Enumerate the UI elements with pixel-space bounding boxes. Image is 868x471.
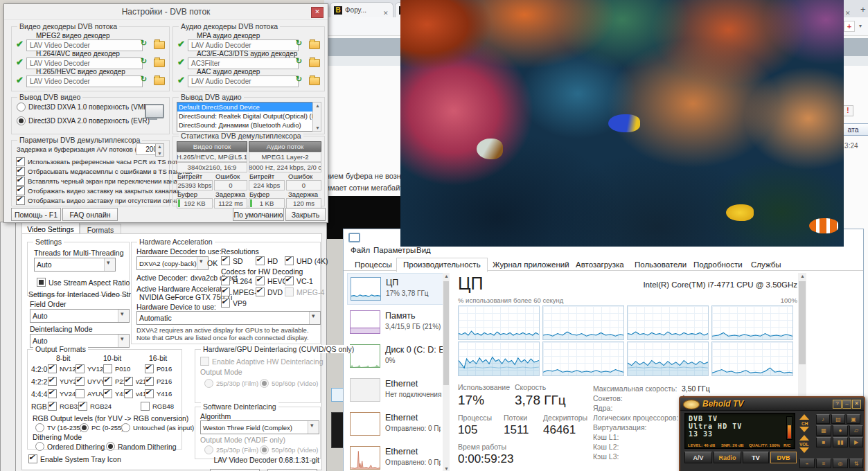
new-tab-icon[interactable] <box>860 3 868 12</box>
res-uhd-checkbox[interactable]: UHD (4K) <box>285 256 328 265</box>
tab-close-icon[interactable] <box>845 6 852 12</box>
behold-titlebar[interactable]: Behold TV ? – ✕ <box>680 398 864 411</box>
use-stream-aspect-checkbox[interactable]: Use Stream Aspect Ratio <box>37 278 130 287</box>
hw-film-radio[interactable]: 25p/30p (Film) <box>204 379 258 388</box>
help-button[interactable]: Помощь - F1 <box>11 208 61 221</box>
faq-button[interactable]: FAQ онлайн <box>62 208 118 221</box>
adaptive-hw-deint-checkbox[interactable]: Enable Adaptive HW Deinterlacing <box>200 357 324 366</box>
sidebar-item-cpu[interactable]: ЦП 17% 3,78 ГГц <box>347 273 443 305</box>
hw-device-combo[interactable]: Automatic <box>136 311 321 325</box>
select-filter-icon[interactable] <box>141 39 147 48</box>
sidebar-item-disk[interactable]: Диск 0 (C: D: E:) 0% <box>347 341 442 371</box>
fmt-p010-checkbox[interactable]: P010 <box>103 364 130 373</box>
codec-mpeg2-checkbox[interactable]: MPEG-2 <box>221 287 260 296</box>
select-filter-icon[interactable] <box>141 57 147 66</box>
codec-dvd-checkbox[interactable]: DVD <box>256 287 283 296</box>
splash-nosignal-checkbox[interactable]: Отображать видео заставку при отсутствии… <box>16 196 187 205</box>
browser-tab-forum[interactable]: B Фору... <box>330 2 393 18</box>
channel-down-icon[interactable] <box>799 427 809 432</box>
codec-h264-checkbox[interactable]: H.264 <box>221 276 252 285</box>
tab-services[interactable]: Службы <box>744 258 788 272</box>
algorithm-combo[interactable]: Weston Three Field (Complex) <box>200 420 319 434</box>
scheduler-icon[interactable]: ▤ <box>831 414 845 424</box>
minimize-icon[interactable]: – <box>842 400 851 409</box>
fmt-rgb32-checkbox[interactable]: RGB32 <box>48 402 81 411</box>
select-filter-icon[interactable] <box>296 57 302 66</box>
fmt-yv12-checkbox[interactable]: YV12 <box>76 364 103 373</box>
tab-startup[interactable]: Автозагрузка <box>569 258 631 272</box>
browse-filter-icon[interactable] <box>154 59 165 67</box>
fmt-p016-checkbox[interactable]: P016 <box>145 364 172 373</box>
black-screen-checkbox[interactable]: Вставлять черный экран при переключении … <box>16 177 188 186</box>
listbox-scrollbar[interactable] <box>312 102 321 132</box>
tab-users[interactable]: Пользователи <box>628 258 693 272</box>
res-sd-checkbox[interactable]: SD <box>221 256 243 265</box>
bookmark-add-icon[interactable]: + <box>844 21 855 32</box>
fmt-y416-checkbox[interactable]: Y416 <box>145 389 172 398</box>
close-button[interactable]: Закрыть <box>285 208 326 221</box>
record-audio-button[interactable]: ● <box>833 425 848 436</box>
select-filter-icon[interactable] <box>141 75 147 84</box>
select-filter-icon[interactable] <box>296 75 302 84</box>
res-hd-checkbox[interactable]: HD <box>256 256 278 265</box>
hw-decoder-combo[interactable]: DXVA2 (copy-back) <box>136 256 209 270</box>
fmt-yuy2-checkbox[interactable]: YUY2 <box>48 377 77 386</box>
select-filter-icon[interactable] <box>296 39 302 48</box>
radio-button[interactable]: Radio <box>714 452 741 463</box>
mute-icon[interactable]: ♪ <box>816 414 830 424</box>
sw-video-radio[interactable]: 50p/60p (Video) <box>260 445 318 454</box>
stop-button[interactable]: ■ <box>816 437 831 447</box>
volume-down-icon[interactable] <box>799 447 809 453</box>
settings-wrench-icon[interactable]: ⌁ <box>799 459 815 468</box>
fmt-yv24-checkbox[interactable]: YV24 <box>48 389 76 398</box>
channel-up-icon[interactable] <box>799 414 809 420</box>
close-icon[interactable]: ✕ <box>311 7 324 18</box>
snapshot-button[interactable]: ▦ <box>816 425 831 436</box>
browse-filter-icon[interactable] <box>309 59 320 67</box>
audio-device-listbox[interactable]: Default DirectSound Device DirectSound: … <box>177 102 314 132</box>
rgb-untouched-radio[interactable]: Untouched (as input) <box>121 423 194 432</box>
evr-radio[interactable]: Direct3D DXVA 2.0 поверхность (EVR) <box>17 116 150 125</box>
pcr-clock-checkbox[interactable]: Использовать референсные часы PCR из TS … <box>16 157 188 166</box>
dither-random-radio[interactable]: Random Dithering <box>106 442 177 451</box>
rgb-pc-radio[interactable]: PC (0-255) <box>80 423 123 432</box>
help-icon[interactable]: ? <box>833 400 842 409</box>
rgb-tv-radio[interactable]: TV (16-235) <box>35 423 82 432</box>
field-order-combo[interactable]: Auto <box>30 309 130 323</box>
browse-filter-icon[interactable] <box>309 77 320 85</box>
codec-vc1-checkbox[interactable]: VC-1 <box>285 276 313 285</box>
tab-close-icon[interactable] <box>383 6 390 12</box>
sw-film-radio[interactable]: 25p/30p (Film) <box>204 445 258 454</box>
sidebar-item-memory[interactable]: Память 3,4/15,9 ГБ (21%) <box>347 307 442 337</box>
updown-icon[interactable]: ⇅ <box>849 459 863 468</box>
defaults-button[interactable]: По умолчанию <box>233 208 284 221</box>
codec-hevc-checkbox[interactable]: HEVC <box>256 276 287 285</box>
tab-app-history[interactable]: Журнал приложений <box>486 258 576 272</box>
tv-screen-icon[interactable]: ▣ <box>847 414 860 424</box>
sidebar-scrollbar[interactable] <box>443 273 450 471</box>
sidebar-item-ethernet3[interactable]: Ethernet Отправлено: 0 При <box>347 443 442 471</box>
tray-icon-checkbox[interactable]: Enable System Tray Icon <box>28 454 121 463</box>
vmr9-radio[interactable]: Direct3D DXVA 1.0 поверхность (VMR9) <box>17 103 154 112</box>
fmt-rgb24-checkbox[interactable]: RGB24 <box>78 402 112 411</box>
av-button[interactable]: A/V <box>684 452 712 463</box>
tab-processes[interactable]: Процессы <box>348 258 399 272</box>
fmt-nv12-checkbox[interactable]: NV12 <box>48 364 76 373</box>
codec-vp9-checkbox[interactable]: VP9 <box>221 299 247 308</box>
close-icon[interactable]: ✕ <box>852 400 861 409</box>
menu-options[interactable]: Параметры <box>373 246 416 254</box>
browse-filter-icon[interactable] <box>154 77 165 85</box>
warning-icon[interactable]: ! <box>842 105 853 116</box>
menu-file[interactable]: Файл <box>351 246 370 254</box>
menu-view[interactable]: Вид <box>416 246 431 254</box>
record-icon[interactable]: ◎ <box>833 459 848 468</box>
tab-performance[interactable]: Производительность <box>396 258 488 272</box>
volume-up-icon[interactable] <box>799 435 809 441</box>
dvb-button[interactable]: DVB <box>770 452 797 463</box>
list-item[interactable]: DirectSound: Динамики (Bluetooth Audio) <box>177 121 313 130</box>
splash-closed-checkbox[interactable]: Отображать видео заставку на закрытых ка… <box>16 186 179 195</box>
tv-button[interactable]: TV <box>743 452 769 463</box>
fmt-uyvy-checkbox[interactable]: UYVY <box>76 377 105 386</box>
codec-mpeg4-checkbox[interactable]: MPEG-4 <box>285 287 324 296</box>
dither-ordered-radio[interactable]: Ordered Dithering <box>35 442 105 451</box>
